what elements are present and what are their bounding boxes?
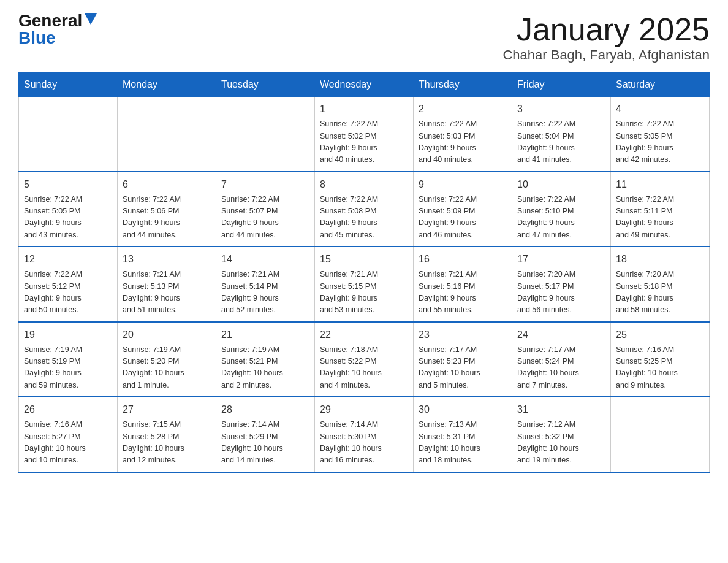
calendar-cell: 22Sunrise: 7:18 AM Sunset: 5:22 PM Dayli… (315, 322, 414, 397)
calendar-cell: 23Sunrise: 7:17 AM Sunset: 5:23 PM Dayli… (414, 322, 512, 397)
calendar-week-row: 26Sunrise: 7:16 AM Sunset: 5:27 PM Dayli… (19, 397, 710, 472)
calendar-cell: 15Sunrise: 7:21 AM Sunset: 5:15 PM Dayli… (315, 247, 414, 322)
day-number: 18 (616, 252, 704, 267)
logo-triangle-icon (85, 13, 97, 26)
day-info: Sunrise: 7:19 AM Sunset: 5:21 PM Dayligh… (221, 344, 309, 392)
day-info: Sunrise: 7:20 AM Sunset: 5:17 PM Dayligh… (517, 269, 605, 316)
calendar-header: Sunday Monday Tuesday Wednesday Thursday… (19, 73, 710, 97)
day-info: Sunrise: 7:22 AM Sunset: 5:12 PM Dayligh… (24, 269, 112, 316)
day-info: Sunrise: 7:14 AM Sunset: 5:30 PM Dayligh… (320, 419, 408, 467)
day-number: 5 (24, 177, 112, 192)
calendar-title: January 2025 (502, 12, 710, 47)
day-number: 2 (419, 102, 507, 117)
calendar-cell: 24Sunrise: 7:17 AM Sunset: 5:24 PM Dayli… (512, 322, 611, 397)
header-friday: Friday (512, 73, 611, 97)
calendar-cell: 20Sunrise: 7:19 AM Sunset: 5:20 PM Dayli… (118, 322, 216, 397)
calendar-week-row: 5Sunrise: 7:22 AM Sunset: 5:05 PM Daylig… (19, 172, 710, 247)
calendar-cell: 27Sunrise: 7:15 AM Sunset: 5:28 PM Dayli… (118, 397, 216, 472)
calendar-cell: 31Sunrise: 7:12 AM Sunset: 5:32 PM Dayli… (512, 397, 611, 472)
day-number: 14 (221, 252, 309, 267)
calendar-cell: 4Sunrise: 7:22 AM Sunset: 5:05 PM Daylig… (611, 97, 710, 172)
header-monday: Monday (118, 73, 216, 97)
day-number: 8 (320, 177, 408, 192)
day-info: Sunrise: 7:22 AM Sunset: 5:05 PM Dayligh… (24, 194, 112, 242)
calendar-week-row: 1Sunrise: 7:22 AM Sunset: 5:02 PM Daylig… (19, 97, 710, 172)
calendar-cell: 6Sunrise: 7:22 AM Sunset: 5:06 PM Daylig… (118, 172, 216, 247)
day-number: 13 (123, 252, 211, 267)
day-number: 1 (320, 102, 408, 117)
calendar-cell: 21Sunrise: 7:19 AM Sunset: 5:21 PM Dayli… (216, 322, 315, 397)
day-number: 6 (123, 177, 211, 192)
day-info: Sunrise: 7:14 AM Sunset: 5:29 PM Dayligh… (221, 419, 309, 467)
day-number: 29 (320, 402, 408, 417)
calendar-cell: 17Sunrise: 7:20 AM Sunset: 5:17 PM Dayli… (512, 247, 611, 322)
day-number: 16 (419, 252, 507, 267)
day-info: Sunrise: 7:13 AM Sunset: 5:31 PM Dayligh… (419, 419, 507, 467)
calendar-table: Sunday Monday Tuesday Wednesday Thursday… (18, 72, 710, 473)
day-number: 28 (221, 402, 309, 417)
day-number: 23 (419, 327, 507, 342)
day-info: Sunrise: 7:12 AM Sunset: 5:32 PM Dayligh… (517, 419, 605, 467)
calendar-cell: 12Sunrise: 7:22 AM Sunset: 5:12 PM Dayli… (19, 247, 118, 322)
header-wednesday: Wednesday (315, 73, 414, 97)
day-number: 20 (123, 327, 211, 342)
page-header: General Blue January 2025 Chahar Bagh, F… (18, 12, 710, 63)
day-info: Sunrise: 7:21 AM Sunset: 5:16 PM Dayligh… (419, 269, 507, 316)
header-tuesday: Tuesday (216, 73, 315, 97)
day-info: Sunrise: 7:17 AM Sunset: 5:24 PM Dayligh… (517, 344, 605, 392)
header-saturday: Saturday (611, 73, 710, 97)
calendar-cell (216, 97, 315, 172)
day-number: 26 (24, 402, 112, 417)
day-number: 19 (24, 327, 112, 342)
calendar-cell: 8Sunrise: 7:22 AM Sunset: 5:08 PM Daylig… (315, 172, 414, 247)
calendar-cell: 3Sunrise: 7:22 AM Sunset: 5:04 PM Daylig… (512, 97, 611, 172)
day-info: Sunrise: 7:22 AM Sunset: 5:10 PM Dayligh… (517, 194, 605, 242)
day-info: Sunrise: 7:21 AM Sunset: 5:15 PM Dayligh… (320, 269, 408, 316)
day-info: Sunrise: 7:21 AM Sunset: 5:13 PM Dayligh… (123, 269, 211, 316)
header-sunday: Sunday (19, 73, 118, 97)
weekday-header-row: Sunday Monday Tuesday Wednesday Thursday… (19, 73, 710, 97)
day-number: 7 (221, 177, 309, 192)
day-info: Sunrise: 7:19 AM Sunset: 5:19 PM Dayligh… (24, 344, 112, 392)
day-info: Sunrise: 7:16 AM Sunset: 5:25 PM Dayligh… (616, 344, 704, 392)
calendar-cell: 28Sunrise: 7:14 AM Sunset: 5:29 PM Dayli… (216, 397, 315, 472)
day-number: 24 (517, 327, 605, 342)
day-number: 12 (24, 252, 112, 267)
day-info: Sunrise: 7:22 AM Sunset: 5:02 PM Dayligh… (320, 118, 408, 166)
calendar-cell: 13Sunrise: 7:21 AM Sunset: 5:13 PM Dayli… (118, 247, 216, 322)
day-info: Sunrise: 7:21 AM Sunset: 5:14 PM Dayligh… (221, 269, 309, 316)
calendar-body: 1Sunrise: 7:22 AM Sunset: 5:02 PM Daylig… (19, 97, 710, 472)
day-info: Sunrise: 7:22 AM Sunset: 5:08 PM Dayligh… (320, 194, 408, 242)
day-number: 10 (517, 177, 605, 192)
day-number: 3 (517, 102, 605, 117)
calendar-cell (118, 97, 216, 172)
calendar-cell: 18Sunrise: 7:20 AM Sunset: 5:18 PM Dayli… (611, 247, 710, 322)
calendar-cell: 19Sunrise: 7:19 AM Sunset: 5:19 PM Dayli… (19, 322, 118, 397)
day-info: Sunrise: 7:19 AM Sunset: 5:20 PM Dayligh… (123, 344, 211, 392)
day-info: Sunrise: 7:15 AM Sunset: 5:28 PM Dayligh… (123, 419, 211, 467)
calendar-cell: 30Sunrise: 7:13 AM Sunset: 5:31 PM Dayli… (414, 397, 512, 472)
logo-blue: Blue (18, 28, 56, 47)
day-number: 22 (320, 327, 408, 342)
day-info: Sunrise: 7:16 AM Sunset: 5:27 PM Dayligh… (24, 419, 112, 467)
day-info: Sunrise: 7:22 AM Sunset: 5:05 PM Dayligh… (616, 118, 704, 166)
day-number: 15 (320, 252, 408, 267)
calendar-cell: 2Sunrise: 7:22 AM Sunset: 5:03 PM Daylig… (414, 97, 512, 172)
calendar-week-row: 19Sunrise: 7:19 AM Sunset: 5:19 PM Dayli… (19, 322, 710, 397)
calendar-cell: 1Sunrise: 7:22 AM Sunset: 5:02 PM Daylig… (315, 97, 414, 172)
day-number: 31 (517, 402, 605, 417)
day-number: 17 (517, 252, 605, 267)
calendar-cell: 7Sunrise: 7:22 AM Sunset: 5:07 PM Daylig… (216, 172, 315, 247)
calendar-cell: 14Sunrise: 7:21 AM Sunset: 5:14 PM Dayli… (216, 247, 315, 322)
day-number: 25 (616, 327, 704, 342)
day-info: Sunrise: 7:22 AM Sunset: 5:09 PM Dayligh… (419, 194, 507, 242)
day-info: Sunrise: 7:17 AM Sunset: 5:23 PM Dayligh… (419, 344, 507, 392)
calendar-cell: 29Sunrise: 7:14 AM Sunset: 5:30 PM Dayli… (315, 397, 414, 472)
calendar-cell: 10Sunrise: 7:22 AM Sunset: 5:10 PM Dayli… (512, 172, 611, 247)
day-number: 30 (419, 402, 507, 417)
calendar-cell: 9Sunrise: 7:22 AM Sunset: 5:09 PM Daylig… (414, 172, 512, 247)
calendar-cell (19, 97, 118, 172)
calendar-cell (611, 397, 710, 472)
title-section: January 2025 Chahar Bagh, Faryab, Afghan… (502, 12, 710, 63)
calendar-subtitle: Chahar Bagh, Faryab, Afghanistan (502, 47, 710, 63)
